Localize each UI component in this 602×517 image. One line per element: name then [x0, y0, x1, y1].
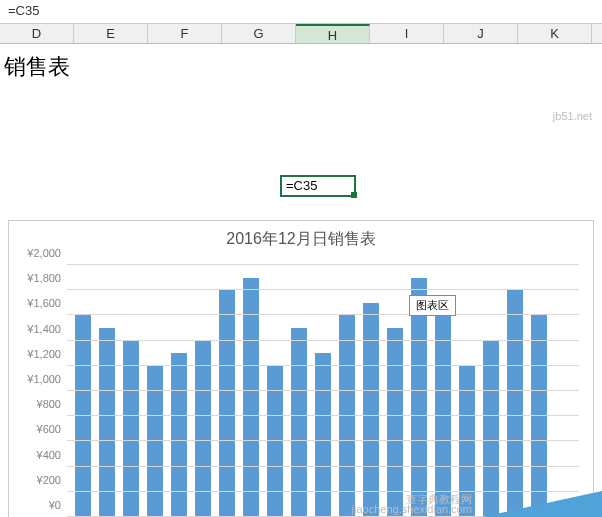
grid-line: [67, 466, 579, 467]
bar-slot: 4: [143, 265, 167, 517]
active-cell[interactable]: =C35: [280, 175, 356, 197]
bar[interactable]: [291, 328, 307, 517]
bar[interactable]: [99, 328, 115, 517]
bar-slot: 12: [335, 265, 359, 517]
y-axis-label: ¥0: [13, 499, 61, 511]
col-header-I[interactable]: I: [370, 24, 444, 43]
bar-slot: 9: [263, 265, 287, 517]
column-headers: DEFGHIJK: [0, 24, 602, 44]
grid-line: [67, 264, 579, 265]
bar[interactable]: [339, 315, 355, 517]
col-header-K[interactable]: K: [518, 24, 592, 43]
col-header-F[interactable]: F: [148, 24, 222, 43]
bar[interactable]: [75, 315, 91, 517]
bar[interactable]: [171, 353, 187, 517]
col-header-E[interactable]: E: [74, 24, 148, 43]
bar[interactable]: [219, 290, 235, 517]
y-axis-label: ¥1,000: [13, 373, 61, 385]
formula-bar[interactable]: =C35: [0, 0, 602, 24]
grid-line: [67, 440, 579, 441]
chart-area[interactable]: 2016年12月日销售表 123456789101112131415161718…: [8, 220, 594, 517]
y-axis-label: ¥1,200: [13, 348, 61, 360]
bar-slot: 5: [167, 265, 191, 517]
col-header-D[interactable]: D: [0, 24, 74, 43]
active-cell-value: =C35: [286, 178, 317, 193]
bar-slot: 6: [191, 265, 215, 517]
bar[interactable]: [363, 303, 379, 517]
chart-tooltip-label: 图表区: [416, 299, 449, 311]
col-header-H[interactable]: H: [296, 24, 370, 43]
bar[interactable]: [267, 366, 283, 517]
bar[interactable]: [387, 328, 403, 517]
bar[interactable]: [531, 315, 547, 517]
grid-line: [67, 340, 579, 341]
bar-slot: 1: [71, 265, 95, 517]
y-axis-label: ¥2,000: [13, 247, 61, 259]
bar-slot: 11: [311, 265, 335, 517]
y-axis-label: ¥1,400: [13, 323, 61, 335]
y-axis-label: ¥600: [13, 423, 61, 435]
chart-title: 2016年12月日销售表: [9, 229, 593, 250]
watermark-cn2: jiaocheng.shexidian.com: [352, 503, 472, 515]
bar[interactable]: [435, 315, 451, 517]
y-axis-label: ¥400: [13, 449, 61, 461]
bar[interactable]: [315, 353, 331, 517]
bar[interactable]: [507, 290, 523, 517]
chart-plot: 123456789101112131415161718192021 ¥0¥200…: [67, 265, 579, 517]
bar-slot: 7: [215, 265, 239, 517]
sheet-title-text: 销售表: [4, 52, 70, 82]
bar-slot: 13: [359, 265, 383, 517]
bar-slot: 18: [479, 265, 503, 517]
y-axis-label: ¥200: [13, 474, 61, 486]
bar-slot: 17: [455, 265, 479, 517]
bar-slot: 14: [383, 265, 407, 517]
grid-line: [67, 365, 579, 366]
bar-slot: 20: [527, 265, 551, 517]
y-axis-label: ¥800: [13, 398, 61, 410]
y-axis-label: ¥1,600: [13, 297, 61, 309]
corner-decoration: [482, 491, 602, 517]
bar-slot: 2: [95, 265, 119, 517]
chart-tooltip: 图表区: [409, 295, 456, 316]
watermark-jb51: jb51.net: [553, 110, 592, 122]
grid-line: [67, 314, 579, 315]
y-axis-label: ¥1,800: [13, 272, 61, 284]
chart-bars: 123456789101112131415161718192021: [67, 265, 579, 517]
bar-slot: 19: [503, 265, 527, 517]
col-header-J[interactable]: J: [444, 24, 518, 43]
grid-line: [67, 390, 579, 391]
bar-slot: 21: [551, 265, 575, 517]
bar-slot: 3: [119, 265, 143, 517]
bar-slot: 8: [239, 265, 263, 517]
bar-slot: 10: [287, 265, 311, 517]
col-header-G[interactable]: G: [222, 24, 296, 43]
grid-line: [67, 289, 579, 290]
grid-line: [67, 415, 579, 416]
formula-bar-value: =C35: [8, 3, 39, 18]
bar[interactable]: [147, 366, 163, 517]
